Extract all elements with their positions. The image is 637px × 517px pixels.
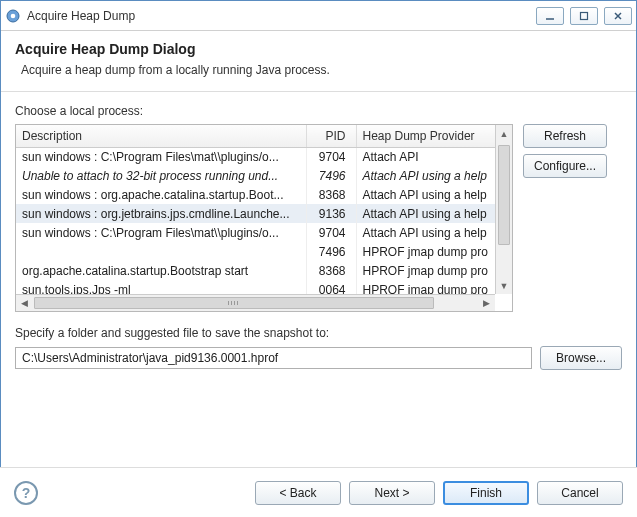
cell-pid: 9704 <box>306 223 356 242</box>
dialog-title: Acquire Heap Dump Dialog <box>15 41 622 57</box>
cell-pid: 8368 <box>306 185 356 204</box>
scroll-left-icon[interactable]: ◀ <box>16 295 33 311</box>
close-button[interactable] <box>604 7 632 25</box>
cell-pid: 9136 <box>306 204 356 223</box>
process-table[interactable]: Description PID Heap Dump Provider sun w… <box>15 124 513 312</box>
vertical-scrollbar[interactable]: ▲ ▼ <box>495 125 512 294</box>
configure-button[interactable]: Configure... <box>523 154 607 178</box>
cell-description <box>16 242 306 261</box>
app-icon <box>5 8 21 24</box>
next-button[interactable]: Next > <box>349 481 435 505</box>
titlebar: Acquire Heap Dump <box>1 1 636 31</box>
browse-button[interactable]: Browse... <box>540 346 622 370</box>
cell-pid: 7496 <box>306 166 356 185</box>
back-button[interactable]: < Back <box>255 481 341 505</box>
cell-provider: Attach API <box>356 147 495 166</box>
cell-pid: 7496 <box>306 242 356 261</box>
scroll-thumb-h[interactable] <box>34 297 434 309</box>
table-row[interactable]: sun windows : org.jetbrains.jps.cmdline.… <box>16 204 495 223</box>
cell-description: org.apache.catalina.startup.Bootstrap st… <box>16 261 306 280</box>
maximize-button[interactable] <box>570 7 598 25</box>
cell-description: sun windows : C:\Program Files\mat\\plug… <box>16 147 306 166</box>
col-provider[interactable]: Heap Dump Provider <box>356 125 495 147</box>
cell-provider: Attach API using a help <box>356 223 495 242</box>
scroll-up-icon[interactable]: ▲ <box>496 125 512 142</box>
svg-rect-3 <box>581 12 588 19</box>
dialog-subtitle: Acquire a heap dump from a locally runni… <box>21 63 622 77</box>
cell-provider: HPROF jmap dump pro <box>356 261 495 280</box>
cancel-button[interactable]: Cancel <box>537 481 623 505</box>
process-section-label: Choose a local process: <box>15 104 622 118</box>
save-section-label: Specify a folder and suggested file to s… <box>15 326 622 340</box>
col-description[interactable]: Description <box>16 125 306 147</box>
cell-description: Unable to attach to 32-bit process runni… <box>16 166 306 185</box>
table-row[interactable]: sun.tools.jps.Jps -ml0064HPROF jmap dump… <box>16 280 495 294</box>
cell-description: sun windows : org.apache.catalina.startu… <box>16 185 306 204</box>
cell-provider: HPROF jmap dump pro <box>356 242 495 261</box>
table-row[interactable]: sun windows : C:\Program Files\mat\\plug… <box>16 147 495 166</box>
svg-point-1 <box>11 13 16 18</box>
horizontal-scrollbar[interactable]: ◀ ▶ <box>16 294 495 311</box>
table-header-row: Description PID Heap Dump Provider <box>16 125 495 147</box>
cell-provider: HPROF jmap dump pro <box>356 280 495 294</box>
scroll-down-icon[interactable]: ▼ <box>496 277 512 294</box>
minimize-button[interactable] <box>536 7 564 25</box>
table-row[interactable]: 7496HPROF jmap dump pro <box>16 242 495 261</box>
finish-button[interactable]: Finish <box>443 481 529 505</box>
cell-pid: 8368 <box>306 261 356 280</box>
dialog-footer: ? < Back Next > Finish Cancel <box>0 467 637 517</box>
col-pid[interactable]: PID <box>306 125 356 147</box>
cell-pid: 0064 <box>306 280 356 294</box>
window-title: Acquire Heap Dump <box>27 9 530 23</box>
cell-pid: 9704 <box>306 147 356 166</box>
cell-provider: Attach API using a help <box>356 166 495 185</box>
refresh-button[interactable]: Refresh <box>523 124 607 148</box>
cell-provider: Attach API using a help <box>356 204 495 223</box>
cell-description: sun windows : C:\Program Files\mat\\plug… <box>16 223 306 242</box>
dialog-header: Acquire Heap Dump Dialog Acquire a heap … <box>1 31 636 92</box>
cell-description: sun.tools.jps.Jps -ml <box>16 280 306 294</box>
help-icon[interactable]: ? <box>14 481 38 505</box>
table-row[interactable]: sun windows : org.apache.catalina.startu… <box>16 185 495 204</box>
scroll-right-icon[interactable]: ▶ <box>478 295 495 311</box>
cell-provider: Attach API using a help <box>356 185 495 204</box>
table-row[interactable]: Unable to attach to 32-bit process runni… <box>16 166 495 185</box>
cell-description: sun windows : org.jetbrains.jps.cmdline.… <box>16 204 306 223</box>
save-path-input[interactable] <box>15 347 532 369</box>
table-row[interactable]: org.apache.catalina.startup.Bootstrap st… <box>16 261 495 280</box>
scroll-thumb-v[interactable] <box>498 145 510 245</box>
table-row[interactable]: sun windows : C:\Program Files\mat\\plug… <box>16 223 495 242</box>
